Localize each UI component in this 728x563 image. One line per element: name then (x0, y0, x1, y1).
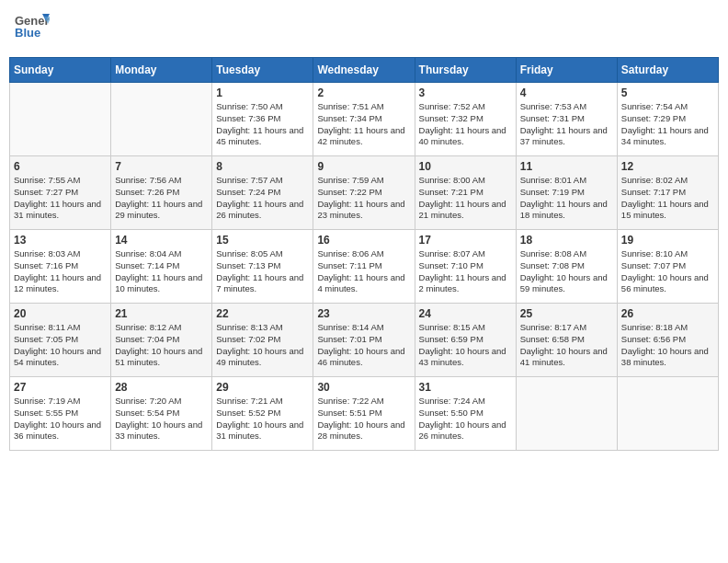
day-header-sunday: Sunday (10, 58, 111, 83)
calendar-week-5: 27Sunrise: 7:19 AM Sunset: 5:55 PM Dayli… (10, 377, 719, 451)
cell-content: Sunrise: 7:57 AM Sunset: 7:24 PM Dayligh… (216, 175, 309, 222)
day-number: 21 (115, 307, 208, 320)
cell-content: Sunrise: 7:56 AM Sunset: 7:26 PM Dayligh… (115, 175, 208, 222)
cell-content: Sunrise: 8:12 AM Sunset: 7:04 PM Dayligh… (115, 322, 208, 369)
day-number: 25 (520, 307, 613, 320)
calendar-cell: 10Sunrise: 8:00 AM Sunset: 7:21 PM Dayli… (415, 156, 516, 230)
calendar-week-4: 20Sunrise: 8:11 AM Sunset: 7:05 PM Dayli… (10, 304, 719, 377)
cell-content: Sunrise: 8:01 AM Sunset: 7:19 PM Dayligh… (520, 175, 613, 222)
cell-content: Sunrise: 8:08 AM Sunset: 7:08 PM Dayligh… (520, 248, 613, 295)
day-number: 11 (520, 160, 613, 173)
day-header-friday: Friday (516, 58, 617, 83)
cell-content: Sunrise: 8:13 AM Sunset: 7:02 PM Dayligh… (216, 322, 309, 369)
day-header-saturday: Saturday (617, 58, 718, 83)
calendar-header-row: SundayMondayTuesdayWednesdayThursdayFrid… (10, 58, 719, 83)
day-header-tuesday: Tuesday (212, 58, 313, 83)
calendar-cell: 22Sunrise: 8:13 AM Sunset: 7:02 PM Dayli… (212, 304, 313, 377)
calendar-cell: 9Sunrise: 7:59 AM Sunset: 7:22 PM Daylig… (313, 156, 415, 230)
cell-content: Sunrise: 7:53 AM Sunset: 7:31 PM Dayligh… (520, 101, 613, 148)
calendar-cell: 28Sunrise: 7:20 AM Sunset: 5:54 PM Dayli… (111, 377, 212, 451)
calendar-cell (516, 377, 617, 451)
day-number: 3 (419, 86, 512, 99)
calendar-table: SundayMondayTuesdayWednesdayThursdayFrid… (9, 57, 719, 451)
day-header-monday: Monday (111, 58, 212, 83)
day-number: 14 (115, 234, 208, 247)
day-number: 23 (317, 307, 410, 320)
cell-content: Sunrise: 8:11 AM Sunset: 7:05 PM Dayligh… (14, 322, 107, 369)
cell-content: Sunrise: 7:59 AM Sunset: 7:22 PM Dayligh… (317, 175, 410, 222)
calendar-cell: 18Sunrise: 8:08 AM Sunset: 7:08 PM Dayli… (516, 230, 617, 304)
day-number: 16 (317, 234, 410, 247)
calendar-cell: 6Sunrise: 7:55 AM Sunset: 7:27 PM Daylig… (10, 156, 111, 230)
calendar-cell: 15Sunrise: 8:05 AM Sunset: 7:13 PM Dayli… (212, 230, 313, 304)
cell-content: Sunrise: 8:17 AM Sunset: 6:58 PM Dayligh… (520, 322, 613, 369)
day-number: 22 (216, 307, 309, 320)
calendar-cell (111, 83, 212, 156)
calendar-cell: 3Sunrise: 7:52 AM Sunset: 7:32 PM Daylig… (415, 83, 516, 156)
page-header: General Blue (9, 9, 719, 50)
cell-content: Sunrise: 8:02 AM Sunset: 7:17 PM Dayligh… (621, 175, 714, 222)
calendar-cell: 31Sunrise: 7:24 AM Sunset: 5:50 PM Dayli… (415, 377, 516, 451)
day-number: 2 (317, 86, 410, 99)
calendar-cell: 19Sunrise: 8:10 AM Sunset: 7:07 PM Dayli… (617, 230, 718, 304)
cell-content: Sunrise: 8:05 AM Sunset: 7:13 PM Dayligh… (216, 248, 309, 295)
calendar-cell: 25Sunrise: 8:17 AM Sunset: 6:58 PM Dayli… (516, 304, 617, 377)
cell-content: Sunrise: 7:22 AM Sunset: 5:51 PM Dayligh… (317, 396, 410, 442)
calendar-cell: 12Sunrise: 8:02 AM Sunset: 7:17 PM Dayli… (617, 156, 718, 230)
calendar-cell: 2Sunrise: 7:51 AM Sunset: 7:34 PM Daylig… (313, 83, 415, 156)
day-number: 6 (14, 160, 107, 173)
day-number: 29 (216, 381, 309, 394)
cell-content: Sunrise: 7:24 AM Sunset: 5:50 PM Dayligh… (419, 396, 512, 442)
calendar-cell: 7Sunrise: 7:56 AM Sunset: 7:26 PM Daylig… (111, 156, 212, 230)
logo-graphic: General Blue (13, 9, 50, 50)
cell-content: Sunrise: 7:54 AM Sunset: 7:29 PM Dayligh… (621, 101, 714, 148)
day-number: 1 (216, 86, 309, 99)
cell-content: Sunrise: 7:19 AM Sunset: 5:55 PM Dayligh… (14, 396, 107, 442)
calendar-cell: 29Sunrise: 7:21 AM Sunset: 5:52 PM Dayli… (212, 377, 313, 451)
cell-content: Sunrise: 8:06 AM Sunset: 7:11 PM Dayligh… (317, 248, 410, 295)
cell-content: Sunrise: 8:00 AM Sunset: 7:21 PM Dayligh… (419, 175, 512, 222)
cell-content: Sunrise: 7:20 AM Sunset: 5:54 PM Dayligh… (115, 396, 208, 442)
calendar-cell: 11Sunrise: 8:01 AM Sunset: 7:19 PM Dayli… (516, 156, 617, 230)
cell-content: Sunrise: 8:10 AM Sunset: 7:07 PM Dayligh… (621, 248, 714, 295)
calendar-cell: 26Sunrise: 8:18 AM Sunset: 6:56 PM Dayli… (617, 304, 718, 377)
calendar-cell: 27Sunrise: 7:19 AM Sunset: 5:55 PM Dayli… (10, 377, 111, 451)
day-number: 4 (520, 86, 613, 99)
day-number: 12 (621, 160, 714, 173)
calendar-cell (617, 377, 718, 451)
day-number: 10 (419, 160, 512, 173)
cell-content: Sunrise: 7:21 AM Sunset: 5:52 PM Dayligh… (216, 396, 309, 442)
day-number: 18 (520, 234, 613, 247)
calendar-cell: 1Sunrise: 7:50 AM Sunset: 7:36 PM Daylig… (212, 83, 313, 156)
day-number: 17 (419, 234, 512, 247)
day-number: 20 (14, 307, 107, 320)
day-number: 28 (115, 381, 208, 394)
cell-content: Sunrise: 8:03 AM Sunset: 7:16 PM Dayligh… (14, 248, 107, 295)
calendar-week-3: 13Sunrise: 8:03 AM Sunset: 7:16 PM Dayli… (10, 230, 719, 304)
day-number: 24 (419, 307, 512, 320)
cell-content: Sunrise: 7:52 AM Sunset: 7:32 PM Dayligh… (419, 101, 512, 148)
day-number: 7 (115, 160, 208, 173)
calendar-cell: 23Sunrise: 8:14 AM Sunset: 7:01 PM Dayli… (313, 304, 415, 377)
cell-content: Sunrise: 8:15 AM Sunset: 6:59 PM Dayligh… (419, 322, 512, 369)
calendar-body: 1Sunrise: 7:50 AM Sunset: 7:36 PM Daylig… (10, 83, 719, 451)
cell-content: Sunrise: 7:50 AM Sunset: 7:36 PM Dayligh… (216, 101, 309, 148)
svg-text:Blue: Blue (15, 26, 40, 40)
cell-content: Sunrise: 8:07 AM Sunset: 7:10 PM Dayligh… (419, 248, 512, 295)
calendar-cell: 14Sunrise: 8:04 AM Sunset: 7:14 PM Dayli… (111, 230, 212, 304)
day-number: 30 (317, 381, 410, 394)
calendar-cell: 8Sunrise: 7:57 AM Sunset: 7:24 PM Daylig… (212, 156, 313, 230)
calendar-cell: 21Sunrise: 8:12 AM Sunset: 7:04 PM Dayli… (111, 304, 212, 377)
day-number: 26 (621, 307, 714, 320)
day-number: 15 (216, 234, 309, 247)
calendar-cell: 30Sunrise: 7:22 AM Sunset: 5:51 PM Dayli… (313, 377, 415, 451)
calendar-cell: 17Sunrise: 8:07 AM Sunset: 7:10 PM Dayli… (415, 230, 516, 304)
day-number: 13 (14, 234, 107, 247)
calendar-cell: 20Sunrise: 8:11 AM Sunset: 7:05 PM Dayli… (10, 304, 111, 377)
cell-content: Sunrise: 7:51 AM Sunset: 7:34 PM Dayligh… (317, 101, 410, 148)
day-number: 9 (317, 160, 410, 173)
day-header-thursday: Thursday (415, 58, 516, 83)
day-number: 27 (14, 381, 107, 394)
calendar-cell: 4Sunrise: 7:53 AM Sunset: 7:31 PM Daylig… (516, 83, 617, 156)
cell-content: Sunrise: 8:14 AM Sunset: 7:01 PM Dayligh… (317, 322, 410, 369)
